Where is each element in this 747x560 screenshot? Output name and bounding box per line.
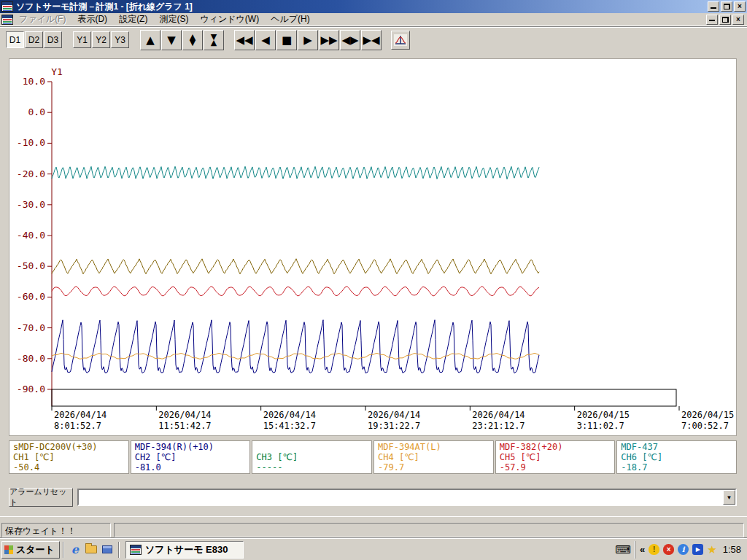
app-icon: [1, 1, 13, 12]
y2-button[interactable]: Y2: [92, 31, 110, 48]
mdi-client-area: Y110.00.0-10.0-20.0-30.0-40.0-50.0-60.0-…: [0, 52, 747, 516]
alarm-reset-button[interactable]: アラームリセット: [9, 488, 73, 507]
svg-text:-60.0: -60.0: [17, 291, 45, 302]
taskbar-divider: [118, 542, 120, 558]
channel-label: CH6 [℃]: [621, 452, 732, 462]
fast-forward-button[interactable]: ▶▶: [319, 30, 339, 50]
rewind-icon: ◀: [244, 34, 253, 47]
legend-cell-ch1: sMDF-DC200V(+30) CH1 [℃] -50.4: [9, 440, 129, 474]
folder-icon[interactable]: [84, 542, 98, 557]
taskbar-divider: [63, 542, 64, 558]
line-chart-panel: Y110.00.0-10.0-20.0-30.0-40.0-50.0-60.0-…: [9, 58, 737, 436]
expand-horizontal-button[interactable]: ◀▶: [340, 30, 360, 50]
keyboard-layout-icon[interactable]: ⌨: [615, 543, 631, 556]
svg-text:8:01:52.7: 8:01:52.7: [54, 421, 101, 431]
tray-overflow-chevron[interactable]: «: [640, 544, 645, 555]
menu-help[interactable]: ヘルプ(H): [265, 12, 316, 26]
alarm-combobox[interactable]: ▼: [77, 489, 737, 506]
step-back-button[interactable]: ◀: [255, 30, 276, 50]
channel-title: MDF-437: [621, 442, 732, 452]
svg-text:2026/04/14: 2026/04/14: [158, 410, 211, 420]
svg-text:19:31:22.7: 19:31:22.7: [368, 421, 420, 431]
internet-explorer-icon[interactable]: e: [68, 542, 82, 557]
mdi-child-icon: [1, 15, 13, 25]
d2-button[interactable]: D2: [25, 31, 43, 48]
scroll-down-button[interactable]: ▼: [161, 30, 182, 50]
collapse-vertical-icon: ▲: [211, 40, 217, 46]
d3-button[interactable]: D3: [44, 31, 62, 48]
status-bar: 保存ウェイト！！: [0, 516, 747, 538]
svg-text:2026/04/14: 2026/04/14: [263, 410, 316, 420]
task-button-softthermo[interactable]: ソフトサーモ E830: [125, 541, 244, 559]
collapse-horizontal-icon: ▶: [363, 34, 371, 47]
app-icon: [130, 545, 142, 555]
step-back-icon: ◀: [261, 34, 270, 47]
scroll-down-icon: ▼: [167, 34, 176, 47]
svg-text:Y1: Y1: [51, 66, 63, 77]
channel-title: [256, 442, 368, 452]
expand-vertical-button[interactable]: ▲▼: [182, 30, 203, 50]
menu-measure[interactable]: 測定(S): [153, 12, 194, 26]
alarm-combobox-value[interactable]: [79, 490, 723, 505]
svg-text:-70.0: -70.0: [17, 322, 45, 333]
security-alert-icon[interactable]: ×: [663, 544, 674, 555]
channel-title: MDF-394AT(L): [378, 442, 489, 452]
channel-title: MDF-382(+20): [500, 442, 611, 452]
svg-text:-10.0: -10.0: [17, 137, 45, 148]
child-restore-button[interactable]: [719, 15, 731, 25]
channel-label: CH2 [℃]: [135, 452, 247, 462]
media-play-icon[interactable]: ▶: [692, 544, 703, 555]
minimize-icon: [709, 16, 715, 21]
fast-forward-icon: ▶: [329, 34, 338, 47]
star-icon[interactable]: ★: [707, 543, 716, 556]
transport-button-group: ▲▼▲▼▼▲◀◀◀■▶▶▶◀▶▶◀: [140, 30, 382, 50]
system-tray: ⌨ « ! × i ▶ ★ 1:58: [611, 541, 746, 559]
y3-button[interactable]: Y3: [111, 31, 129, 48]
info-balloon-icon[interactable]: i: [678, 544, 689, 555]
child-close-button[interactable]: ×: [732, 15, 744, 25]
menu-file[interactable]: ファイル(F): [13, 12, 71, 26]
y1-button[interactable]: Y1: [73, 31, 91, 48]
line-chart: Y110.00.0-10.0-20.0-30.0-40.0-50.0-60.0-…: [9, 59, 736, 435]
step-forward-button[interactable]: ▶: [298, 30, 318, 50]
channel-value: -18.7: [621, 462, 732, 472]
svg-text:-50.0: -50.0: [17, 260, 45, 271]
channel-legend: sMDF-DC200V(+30) CH1 [℃] -50.4 MDF-394(R…: [9, 440, 737, 474]
start-button[interactable]: スタート: [1, 541, 60, 559]
graph-settings-button[interactable]: [391, 31, 410, 50]
channel-label: CH4 [℃]: [378, 452, 489, 462]
security-warning-icon[interactable]: !: [649, 544, 659, 555]
channel-value: -79.7: [378, 462, 489, 472]
window-title: ソフトサーモ計測－計測1 - [折れ線グラフ 1]: [16, 1, 193, 13]
channel-value: -81.0: [135, 462, 247, 472]
channel-label: CH1 [℃]: [13, 452, 125, 462]
channel-title: sMDF-DC200V(+30): [13, 442, 125, 452]
channel-label: CH3 [℃]: [256, 452, 368, 462]
svg-text:-40.0: -40.0: [17, 230, 45, 241]
child-minimize-button[interactable]: [706, 15, 718, 25]
svg-text:2026/04/14: 2026/04/14: [368, 410, 420, 420]
step-forward-icon: ▶: [303, 34, 312, 47]
minimize-button[interactable]: [708, 1, 719, 12]
menu-window[interactable]: ウィンドウ(W): [194, 12, 265, 26]
start-label: スタート: [16, 543, 55, 556]
taskbar-clock: 1:58: [721, 544, 741, 555]
collapse-horizontal-button[interactable]: ▶◀: [361, 30, 382, 50]
menu-settings[interactable]: 設定(Z): [113, 12, 153, 26]
graph-icon: [394, 34, 407, 46]
stop-button[interactable]: ■: [276, 30, 297, 50]
svg-text:-90.0: -90.0: [17, 384, 45, 394]
svg-text:3:11:02.7: 3:11:02.7: [577, 421, 624, 431]
restore-button[interactable]: [721, 1, 732, 12]
rewind-button[interactable]: ◀◀: [234, 30, 255, 50]
menu-view[interactable]: 表示(D): [71, 12, 113, 26]
restore-icon: [722, 17, 729, 23]
combobox-dropdown-button[interactable]: ▼: [723, 490, 735, 505]
show-desktop-icon[interactable]: [100, 542, 115, 557]
scroll-up-button[interactable]: ▲: [140, 30, 160, 50]
svg-text:7:00:52.7: 7:00:52.7: [681, 421, 729, 431]
close-button[interactable]: ×: [734, 1, 746, 12]
svg-text:11:51:42.7: 11:51:42.7: [158, 421, 211, 431]
d1-button[interactable]: D1: [6, 31, 24, 48]
collapse-vertical-button[interactable]: ▼▲: [204, 30, 224, 50]
